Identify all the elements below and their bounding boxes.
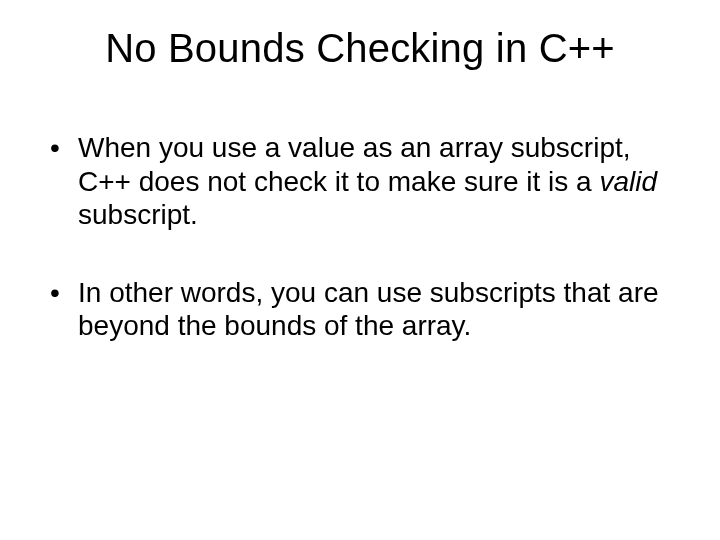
list-item: In other words, you can use subscripts t… [40, 276, 680, 343]
list-item: When you use a value as an array subscri… [40, 131, 680, 232]
bullet-text-post: subscript. [78, 199, 198, 230]
bullet-text-italic: valid [599, 166, 657, 197]
bullet-text-pre: When you use a value as an array subscri… [78, 132, 631, 197]
bullet-text-pre: In other words, you can use subscripts t… [78, 277, 659, 342]
slide: No Bounds Checking in C++ When you use a… [0, 0, 720, 540]
bullet-list: When you use a value as an array subscri… [40, 131, 680, 343]
slide-title: No Bounds Checking in C++ [40, 26, 680, 71]
